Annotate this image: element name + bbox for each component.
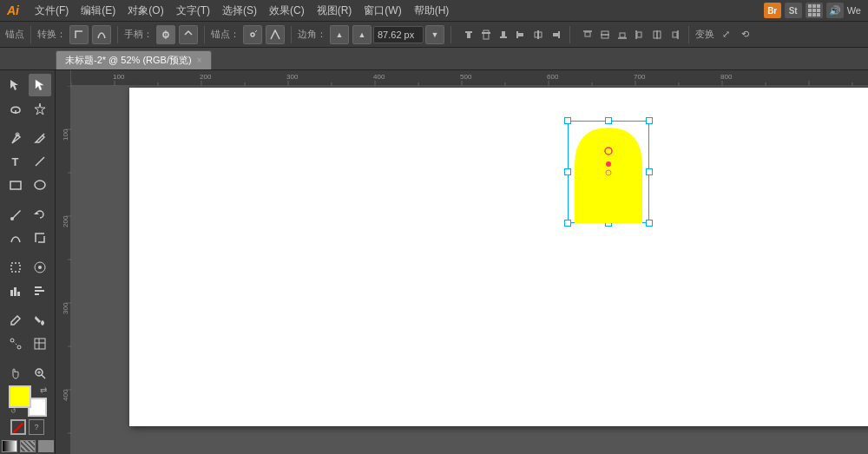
align-left-icon[interactable]	[513, 27, 529, 43]
selected-shape[interactable]	[568, 121, 649, 223]
dist-right-icon[interactable]	[667, 27, 682, 43]
svg-line-31	[43, 134, 44, 135]
direct-selection-tool[interactable]	[29, 74, 51, 96]
eyedropper-tool[interactable]	[4, 309, 27, 332]
menu-window[interactable]: 窗口(W)	[358, 2, 406, 20]
svg-point-34	[35, 181, 45, 189]
foreground-color[interactable]	[9, 385, 31, 408]
corner-type-btn[interactable]: ▲	[330, 25, 349, 44]
menu-edit[interactable]: 编辑(E)	[76, 2, 121, 20]
app-logo: Ai	[3, 3, 23, 17]
symbol-tool[interactable]	[29, 256, 51, 279]
column-graph-tool[interactable]	[4, 280, 27, 302]
anchor-add-btn[interactable]	[243, 25, 262, 44]
bridge-icon[interactable]: Br	[764, 3, 781, 18]
handle-btn1[interactable]	[156, 25, 175, 44]
blend-tool[interactable]	[4, 332, 27, 355]
dist-left-icon[interactable]	[632, 27, 648, 43]
rectangle-tool[interactable]	[4, 174, 27, 196]
svg-rect-50	[35, 339, 45, 349]
anchor-direction-btn[interactable]	[266, 25, 285, 44]
reset-transform-icon[interactable]: ⟲	[737, 27, 753, 43]
menu-type[interactable]: 文字(T)	[171, 2, 215, 20]
bar-graph-tool[interactable]	[29, 280, 51, 302]
svg-rect-17	[585, 32, 590, 36]
svg-text:100: 100	[62, 128, 69, 141]
hand-zoom-row	[0, 362, 55, 385]
workspace-label: We	[847, 5, 861, 16]
corner-down-btn[interactable]: ▼	[425, 25, 444, 44]
magic-wand-tool[interactable]	[29, 97, 51, 120]
svg-point-39	[38, 266, 42, 269]
svg-point-35	[10, 217, 14, 220]
stock-icon[interactable]: St	[785, 3, 802, 18]
paintbucket-tool[interactable]	[29, 309, 51, 332]
selection-tool[interactable]	[4, 74, 27, 96]
dist-hcenter-icon[interactable]	[649, 27, 665, 43]
line-tool[interactable]	[29, 150, 51, 173]
convert-smooth-btn[interactable]	[92, 25, 111, 44]
pen-tool[interactable]	[4, 127, 27, 149]
menu-select[interactable]: 选择(S)	[217, 2, 262, 20]
color-picker-extra[interactable]: ?	[29, 419, 44, 435]
ruler-left: 100 200 300 400	[56, 70, 71, 454]
menu-effect[interactable]: 效果(C)	[264, 2, 310, 20]
free-transform-tool[interactable]	[4, 256, 27, 279]
pattern-swatch[interactable]	[20, 440, 36, 452]
rotate-tool[interactable]	[29, 203, 51, 226]
color-swatch[interactable]	[38, 440, 54, 452]
svg-marker-36	[34, 212, 39, 214]
swap-colors-icon[interactable]: ⇄	[40, 385, 47, 395]
svg-rect-23	[637, 32, 641, 37]
type-tool[interactable]: T	[4, 150, 27, 173]
reset-colors-icon[interactable]: ↺	[10, 407, 16, 415]
menu-help[interactable]: 帮助(H)	[409, 2, 455, 20]
hand-tool[interactable]	[4, 362, 27, 385]
distribute-group	[580, 27, 682, 43]
align-bottom-icon[interactable]	[496, 27, 511, 43]
menu-file[interactable]: 文件(F)	[30, 2, 74, 20]
svg-rect-27	[673, 32, 677, 37]
handle-btn2[interactable]	[179, 25, 198, 44]
align-right-icon[interactable]	[548, 27, 563, 43]
color-area: ⇄ ↺ ?	[2, 385, 54, 454]
tab-close-btn[interactable]: ×	[197, 56, 202, 65]
svg-text:300: 300	[62, 302, 69, 314]
svg-rect-8	[500, 36, 507, 38]
warp-tool[interactable]	[4, 227, 27, 249]
align-hcenter-icon[interactable]	[530, 27, 546, 43]
sep1	[30, 26, 31, 43]
selection-tools-row	[0, 74, 55, 96]
convert-corner-btn[interactable]	[69, 25, 89, 44]
scale-tool[interactable]	[29, 227, 51, 249]
align-top-icon[interactable]	[461, 27, 477, 43]
dist-bottom-icon[interactable]	[615, 27, 630, 43]
svg-rect-5	[467, 33, 470, 38]
document-tab[interactable]: 未标题-2* @ 52% (RGB/预览) ×	[56, 50, 212, 69]
none-color-swatch[interactable]	[10, 419, 26, 435]
paintbrush-tool[interactable]	[4, 203, 27, 226]
transform-icon[interactable]: ⤢	[718, 27, 733, 43]
gradient-swatch[interactable]	[2, 440, 17, 452]
corner-up-btn[interactable]: ▲	[352, 25, 372, 44]
menu-view[interactable]: 视图(R)	[312, 2, 358, 20]
menu-object[interactable]: 对象(O)	[122, 2, 168, 20]
svg-rect-7	[483, 30, 489, 39]
svg-rect-43	[35, 286, 42, 288]
dist-top-icon[interactable]	[580, 27, 595, 43]
align-vcenter-icon[interactable]	[478, 27, 494, 43]
corner-value-input[interactable]	[373, 26, 424, 43]
menu-bar: Ai 文件(F) 编辑(E) 对象(O) 文字(T) 选择(S) 效果(C) 视…	[0, 0, 868, 22]
ellipse-tool[interactable]	[29, 174, 51, 196]
mesh-tool[interactable]	[29, 332, 51, 355]
svg-rect-33	[10, 181, 21, 189]
zoom-tool[interactable]	[29, 362, 51, 385]
blend-mesh-row	[0, 332, 55, 355]
lasso-tool[interactable]	[4, 97, 27, 120]
pencil-tool[interactable]	[29, 127, 51, 149]
svg-text:300: 300	[286, 73, 299, 81]
audio-icon[interactable]: 🔊	[826, 3, 844, 18]
sep6	[569, 26, 570, 43]
grid-view-icon[interactable]	[806, 3, 823, 18]
dist-vcenter-icon[interactable]	[597, 27, 613, 43]
